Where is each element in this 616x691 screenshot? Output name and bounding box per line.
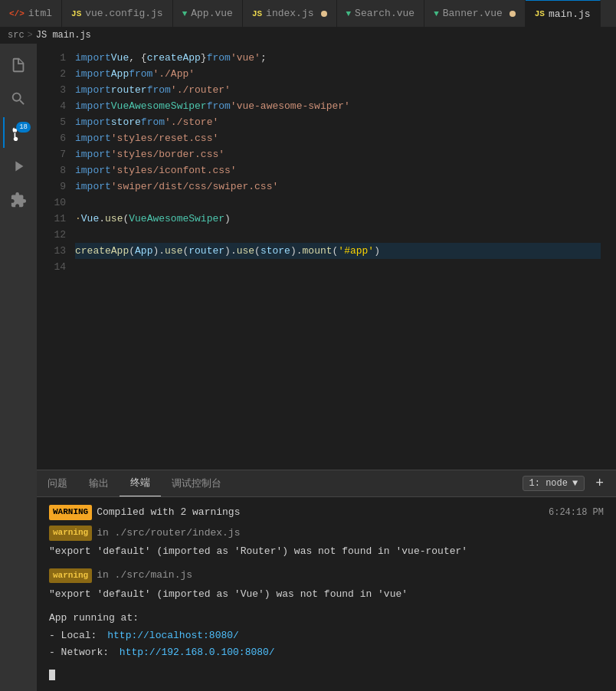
tab-vueconfig[interactable]: JS vue.config.js bbox=[62, 0, 173, 27]
terminal-cursor bbox=[49, 670, 55, 680]
tab-bar: </> itml JS vue.config.js ▼ App.vue JS i… bbox=[0, 0, 616, 27]
new-terminal-button[interactable]: + bbox=[591, 476, 608, 491]
warning-main-line: WARNING Compiled with 2 warnings 6:24:18… bbox=[49, 505, 604, 521]
breadcrumb-file: JS main.js bbox=[36, 30, 91, 41]
tab-label: main.js bbox=[549, 8, 591, 20]
app-network-line: - Network: http://192.168.0.100:8080/ bbox=[49, 645, 604, 661]
js-icon: JS bbox=[71, 9, 81, 18]
source-control-badge: 18 bbox=[16, 122, 31, 133]
code-line: import 'swiper/dist/css/swiper.css' bbox=[75, 178, 601, 195]
vue-icon: ▼ bbox=[346, 9, 352, 18]
tab-label: vue.config.js bbox=[85, 8, 162, 19]
extensions-icon[interactable] bbox=[3, 185, 34, 215]
code-line-highlighted: createApp(App).use(router).use(store).mo… bbox=[75, 243, 601, 259]
code-line: import 'styles/iconfont.css' bbox=[75, 162, 601, 178]
code-editor[interactable]: 1 2 3 4 5 6 7 8 9 10 11 12 13 14 import … bbox=[37, 44, 616, 470]
vue-icon: ▼ bbox=[434, 9, 439, 18]
js-icon: JS bbox=[252, 9, 262, 18]
chevron-down-icon: ▼ bbox=[572, 478, 578, 489]
terminal-cursor-line bbox=[49, 667, 604, 683]
js-icon: JS bbox=[535, 9, 545, 18]
main-area: 18 1 2 3 4 5 6 7 8 9 bbox=[0, 44, 616, 691]
search-icon[interactable] bbox=[3, 84, 34, 114]
node-selector-label: 1: node bbox=[529, 478, 568, 489]
terminal-controls: 1: node ▼ + bbox=[523, 470, 616, 496]
code-line: import 'styles/reset.css' bbox=[75, 130, 601, 146]
network-url[interactable]: http://192.168.0.100:8080/ bbox=[120, 647, 275, 658]
tab-html[interactable]: </> itml bbox=[0, 0, 62, 27]
tab-bannervue[interactable]: ▼ Banner.vue bbox=[424, 0, 526, 27]
modified-indicator bbox=[510, 11, 516, 17]
code-line: import VueAwesomeSwiper from 'vue-awesom… bbox=[75, 98, 601, 114]
node-selector[interactable]: 1: node ▼ bbox=[523, 476, 585, 491]
code-line bbox=[75, 227, 601, 243]
warning1-path: in ./src/router/index.js bbox=[97, 526, 240, 542]
warning-message: Compiled with 2 warnings bbox=[97, 505, 240, 521]
warning2-badge-line: warning in ./src/main.js bbox=[49, 568, 604, 584]
tab-terminal-label: 终端 bbox=[130, 476, 150, 490]
tab-label: App.vue bbox=[191, 8, 233, 19]
code-line bbox=[75, 259, 601, 275]
code-line: import router from './router' bbox=[75, 82, 601, 98]
terminal-tab-bar: 问题 输出 终端 调试控制台 1: node ▼ + bbox=[37, 470, 616, 497]
run-icon[interactable] bbox=[3, 151, 34, 182]
warning-timestamp: 6:24:18 PM bbox=[549, 506, 604, 520]
app-running-label: App running at: bbox=[49, 611, 604, 627]
editor-area: 1 2 3 4 5 6 7 8 9 10 11 12 13 14 import … bbox=[37, 44, 616, 691]
breadcrumb-src: src bbox=[8, 30, 25, 41]
warning-badge: WARNING bbox=[49, 505, 92, 520]
terminal-content[interactable]: WARNING Compiled with 2 warnings 6:24:18… bbox=[37, 497, 616, 691]
tab-label: Banner.vue bbox=[443, 8, 503, 19]
warning2-path: in ./src/main.js bbox=[97, 568, 192, 584]
tab-label: index.js bbox=[266, 8, 313, 19]
activity-bar: 18 bbox=[0, 44, 37, 691]
vue-icon: ▼ bbox=[182, 9, 188, 18]
tab-problems[interactable]: 问题 bbox=[37, 470, 78, 496]
tab-debug-label: 调试控制台 bbox=[172, 476, 221, 490]
tab-output-label: 输出 bbox=[89, 476, 109, 490]
code-content: import Vue, { createApp } from 'vue'; im… bbox=[75, 50, 616, 463]
warning1-badge-line: warning in ./src/router/index.js bbox=[49, 526, 604, 542]
files-icon[interactable] bbox=[3, 50, 34, 80]
breadcrumb: src > JS main.js bbox=[0, 27, 616, 44]
code-line: import 'styles/border.css' bbox=[75, 146, 601, 162]
warning1-badge: warning bbox=[49, 526, 92, 541]
code-line: import Vue, { createApp } from 'vue'; bbox=[75, 50, 601, 66]
modified-indicator bbox=[321, 11, 327, 17]
code-line: import store from './store' bbox=[75, 114, 601, 130]
app-local-line: - Local: http://localhost:8080/ bbox=[49, 628, 604, 644]
tab-problems-label: 问题 bbox=[48, 476, 67, 490]
tab-mainjs[interactable]: JS main.js bbox=[526, 0, 601, 27]
breadcrumb-sep: > bbox=[28, 30, 33, 41]
warning1-message: "export 'default' (imported as 'Router')… bbox=[49, 544, 604, 560]
html-icon: </> bbox=[9, 9, 25, 18]
line-numbers: 1 2 3 4 5 6 7 8 9 10 11 12 13 14 bbox=[37, 50, 75, 463]
warning2-badge: warning bbox=[49, 568, 92, 584]
code-line bbox=[75, 195, 601, 211]
tab-debug-console[interactable]: 调试控制台 bbox=[161, 470, 232, 496]
tab-label: itml bbox=[28, 8, 52, 19]
tab-indexjs[interactable]: JS index.js bbox=[243, 0, 337, 27]
tab-terminal[interactable]: 终端 bbox=[120, 470, 161, 496]
tab-label: Search.vue bbox=[355, 8, 414, 19]
code-line: ·Vue.use(VueAwesomeSwiper) bbox=[75, 211, 601, 227]
terminal-panel: 问题 输出 终端 调试控制台 1: node ▼ + bbox=[37, 470, 616, 691]
source-control-icon[interactable]: 18 bbox=[3, 117, 34, 148]
tab-searchvue[interactable]: ▼ Search.vue bbox=[337, 0, 425, 27]
tab-appvue[interactable]: ▼ App.vue bbox=[173, 0, 243, 27]
code-line: import App from './App' bbox=[75, 66, 601, 82]
local-url[interactable]: http://localhost:8080/ bbox=[107, 630, 239, 641]
tab-output[interactable]: 输出 bbox=[78, 470, 120, 496]
warning2-message: "export 'default' (imported as 'Vue') wa… bbox=[49, 587, 604, 603]
